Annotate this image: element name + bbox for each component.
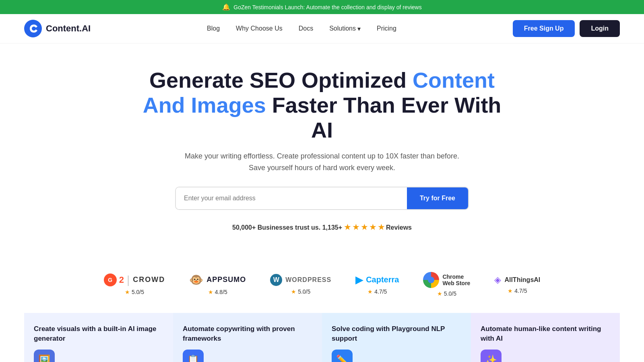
main-nav: Blog Why Choose Us Docs Solutions ▾ Pric…	[207, 25, 396, 33]
nav-docs[interactable]: Docs	[299, 25, 313, 32]
content-writing-icon: ✨	[481, 350, 502, 362]
nav-pricing[interactable]: Pricing	[377, 25, 396, 32]
allthingsai-icon: ◈	[494, 275, 501, 285]
wordpress-circle-icon: W	[270, 274, 282, 286]
logo-appsumo: 🐵 AppSumo ★ 4.8/5	[189, 273, 246, 295]
allthingsai-star-icon: ★	[508, 288, 513, 294]
try-for-free-button[interactable]: Try for Free	[407, 187, 468, 209]
allthingsai-rating: ★ 4.7/5	[508, 288, 527, 294]
hero-section: Generate SEO Optimized Content And Image…	[0, 43, 644, 264]
trust-badge: 50,000+ Businesses trust us. 1,135+ ★ ★ …	[8, 223, 636, 232]
feature-title-copywriting: Automate copywriting with proven framewo…	[183, 324, 312, 343]
capterra-arrow-icon: ▶	[355, 274, 363, 286]
appsumo-face-icon: 🐵	[189, 273, 203, 286]
nav-solutions[interactable]: Solutions ▾	[329, 25, 361, 33]
g2-circle-icon: G	[104, 274, 117, 286]
logo-icon	[24, 20, 42, 37]
email-form: Try for Free	[175, 187, 469, 210]
header-actions: Free Sign Up Login	[513, 20, 620, 37]
chrome-rating: ★ 5.0/5	[437, 290, 456, 297]
star-rating: ★ ★ ★ ★ ★	[344, 223, 384, 231]
g2-rating: ★ 5.0/5	[125, 289, 144, 295]
email-input[interactable]	[176, 187, 407, 209]
appsumo-rating: ★ 4.8/5	[208, 289, 227, 295]
free-signup-button[interactable]: Free Sign Up	[513, 20, 575, 37]
logo-wordpress: W WordPress ★ 5.0/5	[270, 274, 331, 295]
feature-card-playground: Solve coding with Playground NLP support…	[322, 313, 471, 362]
nav-blog[interactable]: Blog	[207, 25, 220, 32]
wordpress-rating: ★ 5.0/5	[291, 288, 310, 295]
logo-allthingsai: ◈ AllThingsAI ★ 4.7/5	[494, 275, 540, 294]
image-generator-icon: 🖼️	[34, 350, 55, 362]
appsumo-star-icon: ★	[208, 289, 213, 295]
feature-title-playground: Solve coding with Playground NLP support	[332, 324, 461, 343]
svg-point-0	[24, 20, 42, 37]
features-row: Create visuals with a built-in AI image …	[0, 313, 644, 362]
logo-g2: G 2 | CROWD ★ 5.0/5	[104, 274, 165, 295]
logo-capterra: ▶ Capterra ★ 4.7/5	[355, 274, 399, 295]
chrome-circle-icon	[423, 272, 439, 288]
announcement-text: GoZen Testimonials Launch: Automate the …	[233, 4, 421, 10]
logo-chrome: ChromeWeb Store ★ 5.0/5	[423, 272, 470, 297]
g2-star-icon: ★	[125, 289, 130, 295]
feature-card-content: Automate human-like content writing with…	[471, 313, 620, 362]
announcement-bar: 🔔 GoZen Testimonials Launch: Automate th…	[0, 0, 644, 14]
chevron-down-icon: ▾	[357, 25, 361, 33]
chrome-star-icon: ★	[437, 290, 442, 297]
feature-card-image: Create visuals with a built-in AI image …	[24, 313, 173, 362]
capterra-rating: ★ 4.7/5	[367, 288, 387, 295]
header: Content.AI Blog Why Choose Us Docs Solut…	[0, 14, 644, 43]
wordpress-star-icon: ★	[291, 288, 296, 295]
logo-text: Content.AI	[46, 23, 91, 34]
hero-headline: Generate SEO Optimized Content And Image…	[141, 68, 503, 142]
logo[interactable]: Content.AI	[24, 20, 91, 37]
feature-title-content: Automate human-like content writing with…	[481, 324, 610, 343]
login-button[interactable]: Login	[580, 20, 620, 37]
capterra-star-icon: ★	[367, 288, 373, 295]
logos-row: G 2 | CROWD ★ 5.0/5 🐵 AppSumo ★ 4.8/5 W …	[0, 264, 644, 313]
hero-subtitle: Make your writing effortless. Create pro…	[181, 150, 463, 174]
playground-icon: ✏️	[332, 350, 353, 362]
feature-card-copywriting: Automate copywriting with proven framewo…	[173, 313, 322, 362]
feature-title-image: Create visuals with a built-in AI image …	[34, 324, 163, 343]
nav-why-choose-us[interactable]: Why Choose Us	[236, 25, 283, 32]
bell-icon: 🔔	[222, 3, 230, 11]
copywriting-icon: 📋	[183, 350, 204, 362]
